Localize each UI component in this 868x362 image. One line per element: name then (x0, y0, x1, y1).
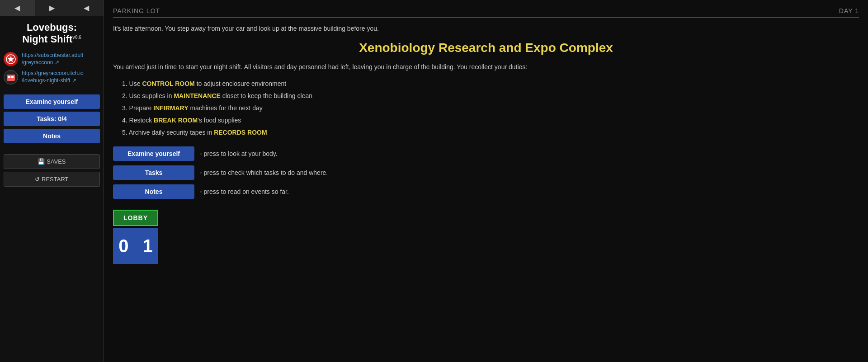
intro-text: It's late afternoon. You step away from … (113, 24, 859, 33)
svg-rect-2 (8, 76, 10, 78)
itch-icon (4, 70, 18, 85)
examine-yourself-button[interactable]: Examine yourself (4, 94, 100, 109)
back-button[interactable]: ◀ (0, 0, 35, 16)
main-content: PARKING LOT DAY 1 It's late afternoon. Y… (104, 0, 868, 362)
svg-rect-3 (11, 76, 14, 78)
duty-3-highlight: INFIRMARY (153, 104, 188, 112)
examine-action-button[interactable]: Examine yourself (113, 146, 194, 161)
tasks-action-row: Tasks - press to check which tasks to do… (113, 165, 859, 180)
navigation-section: LOBBY 0 1 (113, 210, 859, 264)
subscribestar-link-item: https://subscribestar.adult/greyraccoon … (4, 52, 100, 66)
duty-1-highlight: CONTROL ROOM (142, 80, 194, 87)
subscribestar-link[interactable]: https://subscribestar.adult/greyraccoon … (22, 52, 83, 66)
notes-button[interactable]: Notes (4, 129, 100, 143)
duty-2: Use supplies in MAINTENANCE closet to ke… (122, 91, 859, 101)
location-name: PARKING LOT (113, 7, 160, 14)
version-label: v0.6 (72, 35, 81, 40)
notes-action-button[interactable]: Notes (113, 184, 194, 199)
duties-list: Use CONTROL ROOM to adjust enclosure env… (113, 79, 859, 137)
nav-numbers: 0 1 (113, 228, 158, 264)
notes-action-row: Notes - press to read on events so far. (113, 184, 859, 199)
duty-5-highlight: RECORDS ROOM (214, 129, 267, 136)
game-title-block: Lovebugs:Night Shiftv0.6 (0, 16, 104, 47)
itch-link[interactable]: https://greyraccoon.itch.io/lovebugs-nig… (22, 70, 84, 84)
saves-button[interactable]: 💾 SAVES (4, 154, 100, 169)
game-title: Lovebugs:Night Shiftv0.6 (4, 22, 100, 46)
itch-link-text: https://greyraccoon.itch.io/lovebugs-nig… (22, 70, 84, 84)
main-title: Xenobiology Research and Expo Complex (113, 41, 859, 55)
sidebar-action-buttons: Examine yourself Tasks: 0/4 Notes (0, 91, 104, 147)
restart-button[interactable]: ↺ RESTART (4, 172, 100, 187)
duty-3: Prepare INFIRMARY machines for the next … (122, 103, 859, 113)
duty-4: Restock BREAK ROOM's food supplies (122, 116, 859, 125)
notes-action-desc: - press to read on events so far. (200, 188, 289, 195)
sidebar-system-buttons: 💾 SAVES ↺ RESTART (0, 150, 104, 190)
sidebar-navigation: ◀ ▶ ◀ (0, 0, 104, 16)
lobby-button[interactable]: LOBBY (113, 210, 158, 226)
examine-action-desc: - press to look at your body. (200, 150, 278, 157)
examine-action-row: Examine yourself - press to look at your… (113, 146, 859, 161)
subscribestar-link-text: https://subscribestar.adult/greyraccoon … (22, 52, 83, 66)
tasks-action-button[interactable]: Tasks (113, 165, 194, 180)
collapse-button[interactable]: ◀ (69, 0, 104, 16)
duty-5: Archive daily security tapes in RECORDS … (122, 128, 859, 137)
location-bar: PARKING LOT DAY 1 (113, 7, 859, 18)
itch-link-item: https://greyraccoon.itch.io/lovebugs-nig… (4, 70, 100, 85)
svg-rect-1 (7, 75, 15, 81)
tasks-button[interactable]: Tasks: 0/4 (4, 112, 100, 126)
forward-button[interactable]: ▶ (35, 0, 70, 16)
duty-1: Use CONTROL ROOM to adjust enclosure env… (122, 79, 859, 89)
duty-4-highlight: BREAK ROOM (154, 117, 198, 124)
description-text: You arrived just in time to start your n… (113, 62, 859, 72)
day-label: DAY 1 (839, 7, 859, 14)
tasks-action-desc: - press to check which tasks to do and w… (200, 169, 328, 176)
subscribestar-icon (4, 52, 18, 66)
sidebar-links: https://subscribestar.adult/greyraccoon … (0, 47, 104, 89)
sidebar: ◀ ▶ ◀ Lovebugs:Night Shiftv0.6 https://s… (0, 0, 104, 362)
duty-2-highlight: MAINTENANCE (174, 92, 220, 99)
